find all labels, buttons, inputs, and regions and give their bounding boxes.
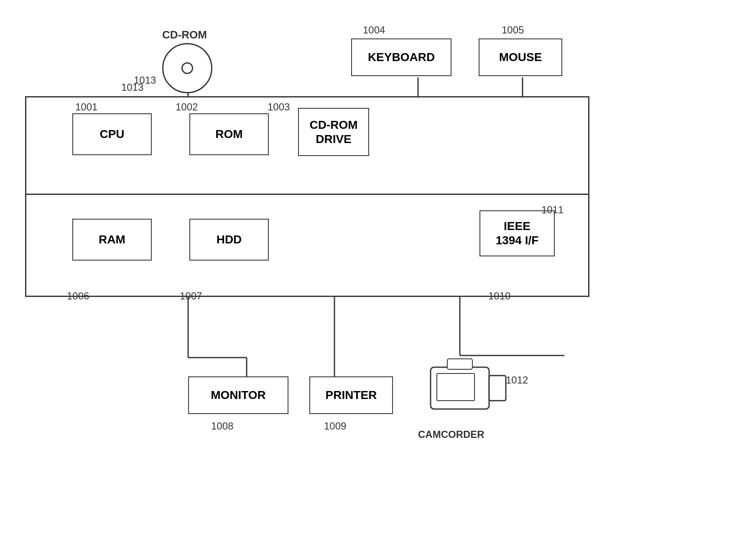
keyboard-ref: 1004 xyxy=(363,24,385,36)
printer-box: PRINTER xyxy=(309,376,393,414)
camcorder-label: CAMCORDER xyxy=(418,429,485,440)
hdd-ref: 1007 xyxy=(180,290,202,302)
svg-rect-23 xyxy=(489,376,506,401)
cdrom-drive-ref: 1003 xyxy=(268,101,290,113)
rom-box: ROM xyxy=(189,113,269,155)
cpu-ref: 1001 xyxy=(75,101,97,113)
camcorder-icon xyxy=(426,355,510,422)
camcorder-ref: 1012 xyxy=(506,374,528,386)
cdrom-disc-inner xyxy=(181,62,193,74)
hdd-box: HDD xyxy=(189,219,269,261)
main-computer-box: CPU ROM CD-ROM DRIVE RAM HDD IEEE 1394 I… xyxy=(25,96,589,297)
cdrom-disc xyxy=(162,43,212,93)
cdrom-top-label: CD-ROM xyxy=(162,28,207,41)
rom-ref: 1002 xyxy=(176,101,198,113)
ieee-line-ref: 1011 xyxy=(541,204,564,216)
main-box-divider xyxy=(26,194,588,195)
monitor-box: MONITOR xyxy=(188,376,288,414)
monitor-ref: 1008 xyxy=(211,420,233,432)
ieee-box: IEEE 1394 I/F xyxy=(479,210,555,256)
mouse-ref: 1005 xyxy=(502,24,524,36)
svg-rect-24 xyxy=(437,373,474,401)
cdrom-ref-num: 1013 xyxy=(121,82,143,93)
cdrom-drive-box: CD-ROM DRIVE xyxy=(298,108,369,156)
ram-box: RAM xyxy=(72,219,152,261)
cpu-box: CPU xyxy=(72,113,152,155)
svg-rect-25 xyxy=(447,359,472,369)
mouse-box: MOUSE xyxy=(479,38,562,76)
printer-ref: 1009 xyxy=(324,420,346,432)
diagram: CD-ROM 1013 1013 KEYBOARD 1004 MOUSE 100… xyxy=(0,0,737,560)
keyboard-box: KEYBOARD xyxy=(351,38,451,76)
ram-ref: 1006 xyxy=(67,290,89,302)
ieee-ref: 1010 xyxy=(488,290,510,302)
